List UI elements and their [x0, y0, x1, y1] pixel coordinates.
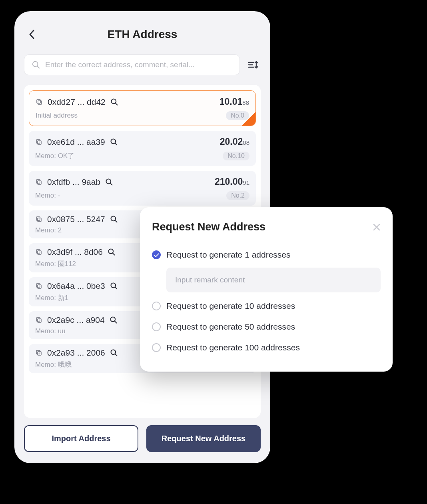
svg-line-20 [115, 220, 117, 222]
magnify-icon[interactable] [110, 316, 118, 324]
svg-rect-18 [36, 217, 40, 220]
address-item[interactable]: 0xfdfb ... 9aab 210.0091 Memo: - No.2 [29, 171, 256, 206]
magnify-icon[interactable] [110, 138, 118, 146]
close-icon [373, 223, 381, 231]
address-memo: Memo: OK了 [35, 151, 74, 160]
copy-icon[interactable] [35, 216, 42, 223]
svg-rect-6 [37, 100, 40, 103]
generate-50-option[interactable]: Request to generate 50 addresses [152, 316, 381, 337]
address-memo: Initial address [36, 112, 78, 120]
address-balance: 20.0208 [220, 136, 249, 147]
modal-title: Request New Address [152, 221, 265, 233]
copy-icon[interactable] [35, 248, 42, 256]
svg-rect-9 [38, 141, 41, 144]
radio-icon [152, 343, 161, 352]
address-text: 0x3d9f ... 8d06 [47, 247, 103, 257]
generate-1-option[interactable]: Request to generate 1 addresses [152, 244, 381, 265]
address-item[interactable]: 0xe61d ... aa39 20.0208 Memo: OK了 No.10 [29, 131, 256, 166]
svg-line-12 [115, 143, 117, 145]
magnify-icon[interactable] [110, 282, 118, 290]
address-item[interactable]: 0xdd27 ... dd42 10.0188 Initial address … [29, 90, 256, 126]
generate-10-option[interactable]: Request to generate 10 addresses [152, 296, 381, 316]
option-label: Request to generate 100 addresses [166, 343, 300, 352]
svg-rect-30 [36, 318, 40, 321]
svg-rect-14 [36, 180, 40, 183]
svg-line-36 [115, 354, 117, 356]
address-text: 0xdd27 ... dd42 [48, 97, 106, 107]
svg-rect-22 [36, 250, 40, 253]
option-label: Request to generate 1 addresses [166, 250, 291, 260]
bottom-buttons: Import Address Request New Address [24, 425, 261, 452]
address-text: 0x2a93 ... 2006 [47, 348, 105, 358]
magnify-icon[interactable] [110, 349, 118, 357]
selected-corner-icon [242, 112, 255, 126]
address-number: No.10 [223, 152, 249, 160]
svg-rect-25 [38, 285, 41, 288]
search-input[interactable] [45, 60, 232, 69]
copy-icon[interactable] [35, 316, 42, 324]
copy-icon[interactable] [35, 282, 42, 290]
magnify-icon[interactable] [110, 98, 118, 106]
magnify-icon[interactable] [105, 178, 113, 186]
search-row [24, 54, 261, 75]
modal-close-button[interactable] [373, 223, 381, 231]
address-text: 0xe61d ... aa39 [47, 137, 105, 147]
magnify-icon[interactable] [108, 248, 116, 256]
header: ETH Address [24, 22, 261, 46]
svg-rect-29 [38, 319, 41, 322]
address-balance: 10.0188 [219, 96, 249, 107]
sort-icon [247, 59, 259, 71]
address-memo: Memo: uu [35, 327, 66, 335]
chevron-left-icon [28, 29, 35, 40]
radio-icon [152, 322, 161, 331]
page-title: ETH Address [108, 28, 178, 41]
address-memo: Memo: - [35, 192, 60, 200]
svg-line-1 [37, 66, 40, 68]
svg-rect-10 [36, 140, 40, 143]
sort-button[interactable] [245, 57, 261, 72]
svg-line-24 [112, 253, 114, 255]
svg-rect-13 [38, 181, 41, 184]
svg-line-32 [114, 321, 116, 323]
address-balance: 210.0091 [215, 176, 249, 187]
copy-icon[interactable] [36, 98, 43, 106]
svg-line-8 [115, 103, 117, 105]
search-icon [32, 60, 40, 69]
address-memo: Memo: 新1 [35, 293, 68, 302]
svg-rect-34 [36, 350, 40, 354]
address-text: 0x6a4a ... 0be3 [47, 281, 105, 291]
address-memo: Memo: 哦哦 [35, 360, 72, 369]
address-text: 0x2a9c ... a904 [47, 315, 105, 325]
option-label: Request to generate 10 addresses [166, 301, 295, 311]
copy-icon[interactable] [35, 178, 42, 186]
request-new-address-modal: Request New Address Request to generate … [140, 207, 393, 372]
request-new-address-button[interactable]: Request New Address [146, 425, 261, 452]
svg-rect-26 [36, 284, 40, 287]
address-memo: Memo: 圈112 [35, 259, 76, 268]
svg-line-16 [110, 183, 112, 185]
import-address-button[interactable]: Import Address [24, 425, 138, 452]
svg-rect-21 [38, 251, 41, 254]
radio-checked-icon [152, 250, 161, 259]
search-box[interactable] [24, 54, 240, 75]
address-text: 0xfdfb ... 9aab [47, 177, 100, 187]
option-label: Request to generate 50 addresses [166, 322, 295, 332]
svg-rect-33 [38, 352, 41, 355]
remark-input[interactable] [166, 268, 381, 292]
address-text: 0x0875 ... 5247 [47, 214, 105, 224]
magnify-icon[interactable] [110, 215, 118, 223]
copy-icon[interactable] [35, 138, 42, 146]
svg-rect-17 [38, 218, 41, 222]
back-button[interactable] [28, 29, 35, 40]
radio-icon [152, 302, 161, 310]
generate-100-option[interactable]: Request to generate 100 addresses [152, 337, 381, 358]
address-number: No.2 [226, 191, 249, 200]
svg-line-28 [115, 287, 117, 289]
address-memo: Memo: 2 [35, 226, 62, 234]
svg-rect-5 [38, 101, 42, 104]
copy-icon[interactable] [35, 349, 42, 356]
